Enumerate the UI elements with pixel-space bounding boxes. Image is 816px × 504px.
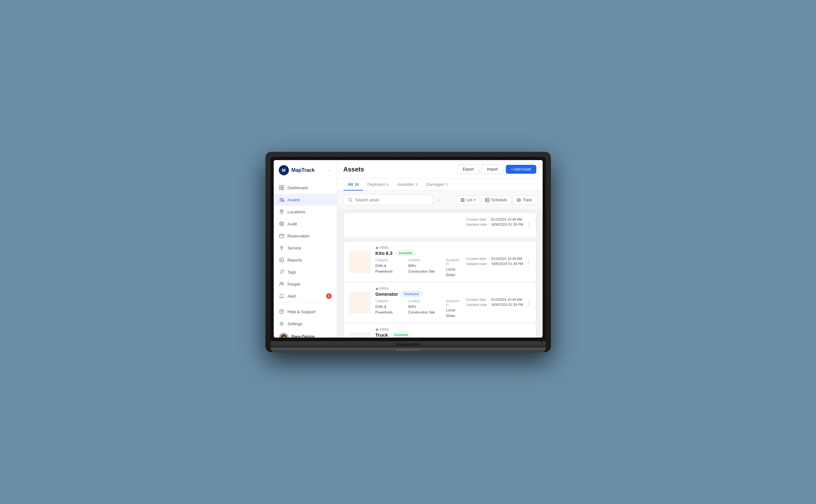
sidebar-item-reports[interactable]: Reports bbox=[274, 254, 337, 266]
search-box[interactable] bbox=[343, 195, 432, 205]
asset-id: ▣ 45f06c bbox=[375, 246, 462, 249]
category-value: Drills & Powertools bbox=[375, 305, 392, 314]
asset-details: ▣ 45f06c Kito 6.3 Available Category Dri… bbox=[375, 246, 462, 277]
asset-card[interactable]: 🚛 ▣ 45f06c Truck Available Category Dril… bbox=[343, 323, 536, 338]
schedule-label: Schedule bbox=[491, 198, 507, 202]
help-label: Help & Support bbox=[288, 309, 315, 314]
alert-badge: 5 bbox=[326, 293, 332, 299]
tag-icon: ▣ bbox=[375, 328, 378, 331]
chevron-down-icon: ▾ bbox=[330, 336, 332, 338]
svg-rect-25 bbox=[350, 293, 369, 312]
category-col: Category Drills & Powertools bbox=[375, 299, 399, 318]
svg-point-10 bbox=[282, 271, 283, 271]
assigned-label: Assigned to bbox=[446, 258, 462, 265]
tab-damaged-label: Damaged bbox=[426, 182, 444, 187]
asset-cards: 🔧 ▣ 45f06c Kito 6.3 Available Category D… bbox=[343, 241, 536, 338]
collapse-button[interactable]: ← bbox=[328, 168, 332, 172]
svg-rect-18 bbox=[461, 200, 465, 200]
assigned-value: Lucas Ethan bbox=[446, 308, 456, 318]
location-label: Location bbox=[408, 258, 437, 262]
tab-damaged[interactable]: Damaged 1 bbox=[422, 179, 452, 191]
asset-name: Kito 6.3 bbox=[375, 250, 392, 256]
main-content: Assets Export Import + Add Asset All 10 … bbox=[337, 160, 543, 338]
sidebar-item-audit[interactable]: Audit bbox=[274, 218, 337, 230]
svg-point-15 bbox=[281, 323, 282, 325]
created-value: 5/13/2024 10:49 AM bbox=[491, 298, 522, 301]
search-row: ··· List ▾ bbox=[337, 191, 543, 209]
search-icon bbox=[348, 198, 353, 202]
search-input[interactable] bbox=[355, 197, 428, 202]
sidebar-item-tags[interactable]: Tags bbox=[274, 266, 337, 278]
created-label: Created date bbox=[466, 257, 486, 261]
updated-value: 6/06/2024 01:39 PM bbox=[492, 303, 523, 307]
updated-value: 6/06/2024 01:39 PM bbox=[492, 262, 523, 266]
sidebar-item-locations[interactable]: Locations bbox=[274, 206, 337, 218]
chevron-icon: ▾ bbox=[474, 198, 476, 202]
location-value: Will's Construction Site bbox=[408, 305, 435, 314]
asset-card[interactable]: ⚡ ▣ 45f06c Generator Deployed Category D… bbox=[343, 282, 536, 323]
sidebar-item-people[interactable]: People bbox=[274, 278, 337, 290]
import-button[interactable]: Import bbox=[482, 165, 503, 174]
asset-dates: Created date : 5/13/2024 10:49 AM Update… bbox=[466, 257, 523, 267]
asset-image: ⚡ bbox=[349, 292, 371, 314]
asset-meta: Category Drills & Powertools Location Wi… bbox=[375, 258, 462, 277]
tab-deployed[interactable]: Deployed 6 bbox=[363, 179, 392, 191]
view-controls: List ▾ Schedule bbox=[457, 196, 536, 204]
tab-all[interactable]: All 10 bbox=[343, 179, 363, 191]
updated-label: Updated date bbox=[466, 262, 487, 266]
updated-label: Updated date bbox=[466, 303, 487, 307]
asset-more-button[interactable]: ⋮ bbox=[526, 299, 532, 306]
reports-icon bbox=[279, 257, 284, 263]
track-view-button[interactable]: Track bbox=[513, 196, 536, 204]
tab-damaged-count: 1 bbox=[446, 183, 448, 186]
location-col: Location Will's Construction Site bbox=[408, 299, 437, 318]
sidebar-item-assets[interactable]: Aseets bbox=[274, 194, 337, 206]
sidebar-item-dashboard[interactable]: Dashboard bbox=[274, 182, 337, 194]
schedule-view-button[interactable]: Schedule bbox=[481, 196, 511, 204]
tag-icon: ▣ bbox=[375, 246, 378, 249]
svg-rect-17 bbox=[461, 198, 465, 199]
blank-more-button[interactable]: ⋮ bbox=[526, 222, 532, 229]
export-button[interactable]: Export bbox=[457, 165, 479, 174]
updated-row: Updated date : 6/06/2024 01:39 PM bbox=[466, 262, 523, 266]
alert-icon bbox=[279, 293, 284, 299]
created-value: 5/13/2024 10:49 AM bbox=[491, 257, 522, 261]
top-bar: Assets Export Import + Add Asset bbox=[337, 160, 543, 179]
sidebar-bottom: Help & Support Settings 👩 bbox=[274, 302, 337, 338]
asset-card-blank[interactable]: Created date : 5/13/2024 10:49 AM Update… bbox=[343, 213, 536, 238]
asset-name: Generator bbox=[375, 291, 398, 297]
updated-row: Updated date : 6/06/2024 01:39 PM bbox=[466, 303, 523, 307]
category-value: Drills & Powertools bbox=[375, 264, 392, 273]
add-asset-button[interactable]: + Add Asset bbox=[506, 165, 536, 174]
blank-updated-label: Updated date bbox=[466, 223, 487, 226]
svg-point-5 bbox=[281, 210, 282, 212]
sidebar-item-alert[interactable]: Alert 5 bbox=[274, 290, 337, 302]
svg-point-7 bbox=[281, 223, 282, 225]
sidebar-item-settings[interactable]: Settings bbox=[274, 318, 337, 330]
avatar: 👩 bbox=[279, 333, 289, 338]
tab-available[interactable]: Available 3 bbox=[392, 179, 422, 191]
user-area[interactable]: 👩 Diana Patricia diana@maptrack.com.au ▾ bbox=[274, 330, 337, 338]
user-info: Diana Patricia diana@maptrack.com.au bbox=[291, 334, 327, 338]
laptop-base bbox=[270, 341, 546, 348]
locations-label: Locations bbox=[288, 210, 305, 214]
asset-meta: Category Drills & Powertools Location Wi… bbox=[375, 299, 462, 318]
service-label: Service bbox=[288, 246, 301, 250]
list-view-button[interactable]: List ▾ bbox=[457, 196, 480, 204]
assigned-col: Assigned to Lucas Ethan bbox=[446, 299, 462, 318]
laptop-stand: Macbook Pro bbox=[270, 348, 546, 352]
more-options-button[interactable]: ··· bbox=[435, 197, 444, 203]
assigned-label: Assigned to bbox=[446, 299, 462, 306]
category-col: Category Drills & Powertools bbox=[375, 258, 399, 277]
sidebar-item-service[interactable]: Service bbox=[274, 242, 337, 254]
tag-icon: ▣ bbox=[375, 287, 378, 290]
asset-more-button[interactable]: ⋮ bbox=[526, 258, 532, 265]
page-title: Assets bbox=[343, 166, 364, 173]
svg-point-11 bbox=[280, 282, 282, 284]
dashboard-label: Dashboard bbox=[288, 185, 308, 190]
sidebar-item-reservation[interactable]: Reservation bbox=[274, 230, 337, 242]
sidebar-item-help[interactable]: Help & Support bbox=[274, 306, 337, 318]
people-icon bbox=[279, 281, 284, 287]
tab-deployed-count: 6 bbox=[386, 183, 388, 186]
asset-card[interactable]: 🔧 ▣ 45f06c Kito 6.3 Available Category D… bbox=[343, 241, 536, 282]
